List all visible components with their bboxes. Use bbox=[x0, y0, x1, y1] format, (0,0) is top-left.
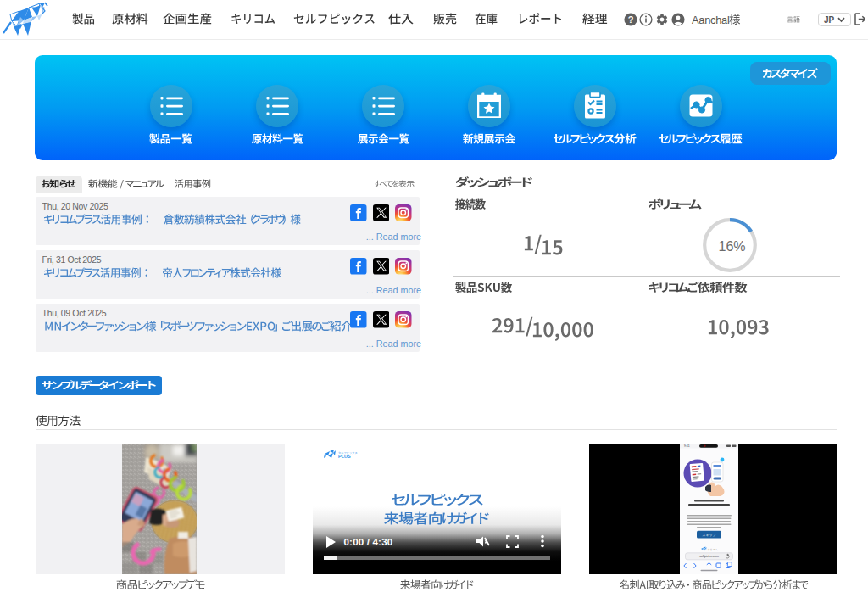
svg-text:?: ? bbox=[628, 14, 634, 25]
svg-text:キリコム: キリコム bbox=[708, 548, 718, 551]
svg-text:9:41: 9:41 bbox=[684, 444, 690, 448]
svg-text:スキップ: スキップ bbox=[702, 533, 716, 537]
svg-text:selfpicks.com: selfpicks.com bbox=[699, 555, 719, 558]
svg-text:PLUS: PLUS bbox=[338, 454, 351, 459]
